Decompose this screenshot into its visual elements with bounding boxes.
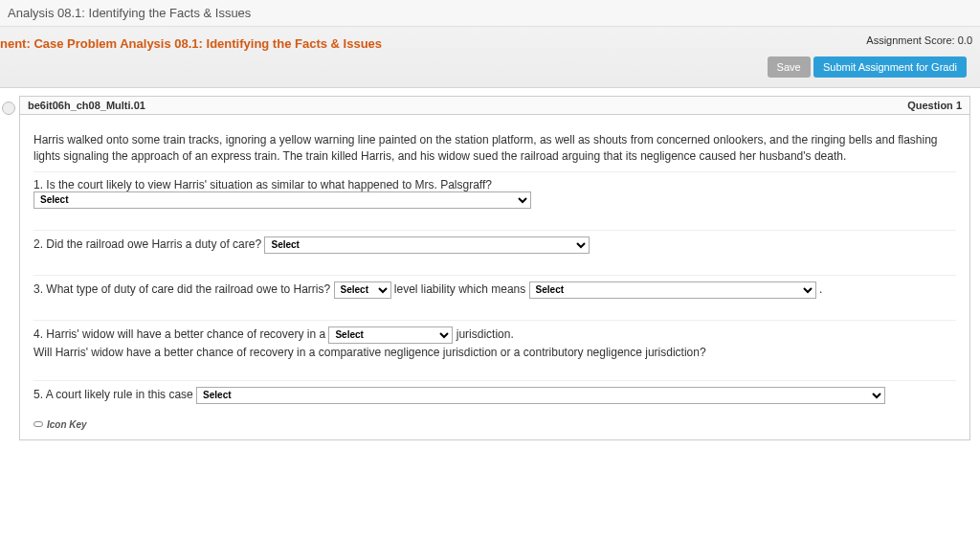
question-code: be6it06h_ch08_Multi.01 [28, 100, 145, 111]
key-icon [33, 421, 43, 427]
prev-question-icon[interactable] [2, 101, 15, 115]
q4-select[interactable]: Select [328, 326, 453, 344]
question-4-row: 4. Harris' widow will have a better chan… [33, 320, 956, 380]
question-3-row: 3. What type of duty of care did the rai… [33, 275, 956, 320]
q3-trail: . [819, 282, 822, 296]
page-top-strip: Analysis 08.1: Identifying the Facts & I… [0, 0, 980, 27]
q5-text: 5. A court likely rule in this case [33, 388, 193, 401]
question-header: be6it06h_ch08_Multi.01 Question 1 [19, 96, 970, 114]
assignment-title: nent: Case Problem Analysis 08.1: Identi… [0, 36, 382, 51]
assignment-bar: nent: Case Problem Analysis 08.1: Identi… [0, 27, 980, 88]
q4-subtext: Will Harris' widow have a better chance … [33, 346, 956, 359]
save-button[interactable]: Save [768, 56, 811, 78]
q1-text: 1. Is the court likely to view Harris' s… [33, 178, 492, 191]
q2-select[interactable]: Select [264, 236, 590, 254]
q4-text-b: jurisdiction. [457, 327, 514, 341]
q4-text-a: 4. Harris' widow will have a better chan… [33, 327, 325, 341]
q2-text: 2. Did the railroad owe Harris a duty of… [33, 237, 261, 251]
question-5-row: 5. A court likely rule in this case Sele… [33, 380, 956, 414]
assignment-buttons: Save Submit Assignment for Gradi [0, 56, 970, 78]
question-1-row: 1. Is the court likely to view Harris' s… [33, 171, 956, 230]
q3-select-1[interactable]: Select [334, 281, 391, 299]
q5-select[interactable]: Select [196, 387, 885, 404]
page-title: Analysis 08.1: Identifying the Facts & I… [8, 6, 251, 20]
assignment-score: Assignment Score: 0.0 [866, 34, 972, 46]
question-2-row: 2. Did the railroad owe Harris a duty of… [33, 230, 956, 275]
question-number: Question 1 [907, 100, 962, 111]
q1-select[interactable]: Select [33, 191, 531, 209]
scenario-text: Harris walked onto some train tracks, ig… [33, 132, 956, 166]
q3-text-b: level liability which means [394, 282, 525, 296]
q3-select-2[interactable]: Select [529, 281, 816, 299]
icon-key[interactable]: Icon Key [33, 414, 956, 430]
submit-button[interactable]: Submit Assignment for Gradi [813, 56, 967, 78]
question-card: Harris walked onto some train tracks, ig… [19, 114, 970, 440]
q3-text-a: 3. What type of duty of care did the rai… [33, 282, 330, 296]
icon-key-label: Icon Key [47, 419, 87, 430]
